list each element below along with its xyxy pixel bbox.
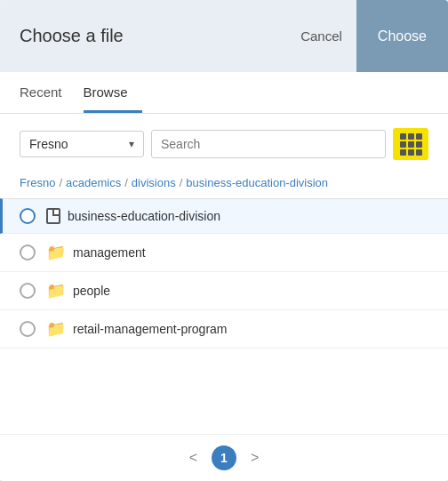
list-item[interactable]: business-education-division	[0, 198, 448, 234]
breadcrumb-sep: /	[59, 176, 62, 189]
controls-row: Fresno ▾	[0, 114, 448, 174]
list-item[interactable]: 📁 management	[0, 234, 448, 272]
breadcrumb-item-divisions[interactable]: divisions	[132, 176, 176, 189]
modal-title: Choose a file	[20, 26, 124, 46]
location-value: Fresno	[29, 137, 68, 151]
folder-icon: 📁	[46, 319, 66, 339]
file-chooser-modal: Choose a file Cancel Choose Recent Brows…	[0, 0, 448, 481]
radio-button[interactable]	[20, 245, 36, 261]
list-item[interactable]: 📁 people	[0, 272, 448, 310]
tab-recent[interactable]: Recent	[20, 72, 76, 113]
choose-button[interactable]: Choose	[356, 0, 448, 72]
current-page: 1	[212, 445, 236, 470]
radio-button[interactable]	[20, 321, 36, 337]
tabs: Recent Browse	[0, 72, 448, 114]
file-name: people	[73, 284, 110, 298]
prev-page-button[interactable]: <	[182, 446, 204, 469]
radio-button[interactable]	[20, 208, 36, 224]
breadcrumb-sep: /	[180, 176, 183, 189]
chevron-down-icon: ▾	[129, 138, 134, 150]
cancel-button[interactable]: Cancel	[286, 21, 356, 51]
modal-header: Choose a file Cancel Choose	[0, 0, 448, 72]
grid-icon	[400, 133, 422, 156]
file-name: management	[73, 245, 146, 260]
breadcrumb-item-fresno[interactable]: Fresno	[20, 176, 55, 189]
folder-icon: 📁	[46, 281, 66, 301]
header-actions: Cancel Choose	[286, 0, 428, 72]
location-dropdown[interactable]: Fresno ▾	[20, 131, 144, 157]
breadcrumb-item-current[interactable]: business-education-division	[186, 176, 328, 189]
next-page-button[interactable]: >	[244, 446, 266, 469]
radio-button[interactable]	[20, 283, 36, 299]
breadcrumb-item-academics[interactable]: academics	[66, 176, 121, 189]
search-input[interactable]	[151, 130, 386, 158]
breadcrumb: Fresno / academics / divisions / busines…	[0, 174, 448, 198]
file-icon	[46, 208, 60, 224]
file-name: retail-management-program	[73, 322, 228, 336]
tab-browse[interactable]: Browse	[84, 72, 142, 113]
file-name: business-education-division	[68, 209, 220, 223]
folder-icon: 📁	[46, 243, 66, 262]
pagination: < 1 >	[0, 434, 448, 481]
file-list: business-education-division 📁 management…	[0, 198, 448, 434]
breadcrumb-sep: /	[124, 176, 128, 189]
grid-toggle-button[interactable]	[393, 128, 428, 160]
list-item[interactable]: 📁 retail-management-program	[0, 310, 448, 349]
